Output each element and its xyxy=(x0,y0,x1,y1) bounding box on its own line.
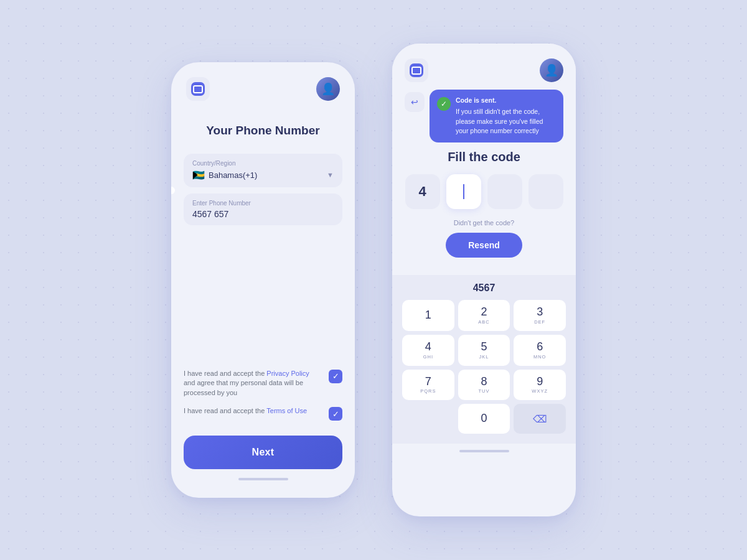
chevron-down-icon: ▼ xyxy=(327,171,334,179)
right-app-icon-button[interactable] xyxy=(405,58,428,82)
code-box-4[interactable] xyxy=(529,174,563,209)
right-app-icon xyxy=(410,63,423,77)
key-6-num: 6 xyxy=(537,341,543,353)
key-empty xyxy=(402,404,454,434)
checkbox-privacy-text: I have read and accept the Privacy Polic… xyxy=(184,369,322,398)
key-8-letters: TUV xyxy=(478,388,489,394)
key-2-num: 2 xyxy=(481,306,487,319)
right-header: 👤 xyxy=(405,58,563,82)
key-4[interactable]: 4 GHI xyxy=(402,335,454,366)
phone-label: Enter Phone Number xyxy=(192,200,334,207)
key-2-letters: ABC xyxy=(478,319,489,325)
key-3-num: 3 xyxy=(537,306,543,319)
checkmark-icon: ✓ xyxy=(332,372,339,380)
code-inputs: 4 xyxy=(405,174,563,209)
key-0-num: 0 xyxy=(481,413,487,425)
bahamas-flag: 🇧🇸 xyxy=(192,169,205,181)
code-cursor xyxy=(463,184,464,199)
country-name: Bahamas(+1) xyxy=(209,170,257,180)
key-8-num: 8 xyxy=(481,376,487,388)
key-1-num: 1 xyxy=(425,309,431,322)
keyboard-display: 4567 xyxy=(402,282,566,294)
key-9[interactable]: 9 WXYZ xyxy=(514,370,566,401)
checkbox-terms[interactable]: ✓ xyxy=(329,407,342,421)
keyboard-section: 4567 1 2 ABC 3 DEF 4 GHI 5 JKL xyxy=(392,275,576,444)
key-backspace[interactable]: ⌫ xyxy=(514,404,566,434)
toast-message: If you still didn't get the code, please… xyxy=(456,108,543,135)
phone-right: 👤 ↩ ✓ Code is sent. If you still didn't … xyxy=(392,44,576,516)
country-label: Country/Region xyxy=(192,160,334,167)
key-2[interactable]: 2 ABC xyxy=(458,300,510,331)
toast-title: Code is sent. xyxy=(456,96,556,106)
toast-check-icon: ✓ xyxy=(437,97,451,111)
fill-code-title: Fill the code xyxy=(405,150,563,164)
toast-text: Code is sent. If you still didn't get th… xyxy=(456,96,556,136)
key-7-num: 7 xyxy=(425,376,431,388)
code-box-2[interactable] xyxy=(446,174,481,209)
checkbox-terms-row: I have read and accept the Terms of Use … xyxy=(184,406,342,421)
privacy-policy-link[interactable]: Privacy Policy xyxy=(266,370,309,377)
code-digit-1: 4 xyxy=(418,184,426,200)
country-value: 🇧🇸 Bahamas(+1) xyxy=(192,169,257,181)
key-6-letters: MNO xyxy=(533,354,547,360)
checkbox-terms-text: I have read and accept the Terms of Use xyxy=(184,406,322,416)
decor-dot xyxy=(171,187,175,194)
app-icon-button[interactable] xyxy=(186,77,210,101)
resend-label: Didn't get the code? xyxy=(405,219,563,226)
key-9-letters: WXYZ xyxy=(532,388,548,394)
checkbox-privacy[interactable]: ✓ xyxy=(329,370,342,383)
code-box-3[interactable] xyxy=(487,174,522,209)
key-4-letters: GHI xyxy=(423,354,433,360)
key-7[interactable]: 7 PQRS xyxy=(402,370,454,401)
key-6[interactable]: 6 MNO xyxy=(514,335,566,366)
right-avatar[interactable]: 👤 xyxy=(540,58,563,82)
key-9-num: 9 xyxy=(537,376,543,388)
right-home-indicator xyxy=(459,450,509,452)
next-button[interactable]: Next xyxy=(184,436,342,469)
back-button[interactable]: ↩ xyxy=(405,92,425,112)
phone-left: 👤 Your Phone Number Country/Region 🇧🇸 Ba… xyxy=(171,62,355,498)
toast-area: ↩ ✓ Code is sent. If you still didn't ge… xyxy=(405,90,563,142)
avatar[interactable]: 👤 xyxy=(316,77,340,101)
key-4-num: 4 xyxy=(425,341,431,353)
right-top-section: 👤 ↩ ✓ Code is sent. If you still didn't … xyxy=(392,44,576,275)
resend-area: Didn't get the code? Resend xyxy=(405,219,563,258)
key-1[interactable]: 1 xyxy=(402,300,454,331)
phone-value: 4567 657 xyxy=(192,209,334,219)
phone-field[interactable]: Enter Phone Number 4567 657 xyxy=(184,194,342,225)
key-5[interactable]: 5 JKL xyxy=(458,335,510,366)
country-field[interactable]: Country/Region 🇧🇸 Bahamas(+1) ▼ xyxy=(184,154,342,187)
key-7-letters: PQRS xyxy=(420,388,436,394)
terms-of-use-link[interactable]: Terms of Use xyxy=(266,407,307,414)
toast-bubble: ✓ Code is sent. If you still didn't get … xyxy=(430,90,563,142)
checkbox-privacy-row: I have read and accept the Privacy Polic… xyxy=(184,369,342,398)
keyboard-grid: 1 2 ABC 3 DEF 4 GHI 5 JKL 6 MNO xyxy=(402,300,566,434)
key-5-letters: JKL xyxy=(479,354,489,360)
checkmark-icon-2: ✓ xyxy=(332,410,339,418)
country-row: 🇧🇸 Bahamas(+1) ▼ xyxy=(192,169,334,181)
app-icon xyxy=(191,82,205,96)
left-header: 👤 xyxy=(184,77,342,101)
page-title: Your Phone Number xyxy=(206,123,319,139)
key-8[interactable]: 8 TUV xyxy=(458,370,510,401)
key-5-num: 5 xyxy=(481,341,487,353)
resend-button[interactable]: Resend xyxy=(446,233,522,258)
backspace-icon: ⌫ xyxy=(533,413,547,425)
home-indicator xyxy=(238,478,288,480)
key-3-letters: DEF xyxy=(534,319,545,325)
key-3[interactable]: 3 DEF xyxy=(514,300,566,331)
code-box-1[interactable]: 4 xyxy=(405,174,440,209)
key-0[interactable]: 0 xyxy=(458,404,510,434)
